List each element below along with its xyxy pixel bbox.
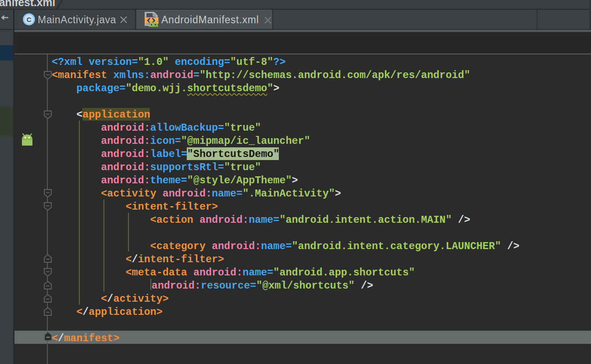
- svg-text:C: C: [27, 16, 32, 23]
